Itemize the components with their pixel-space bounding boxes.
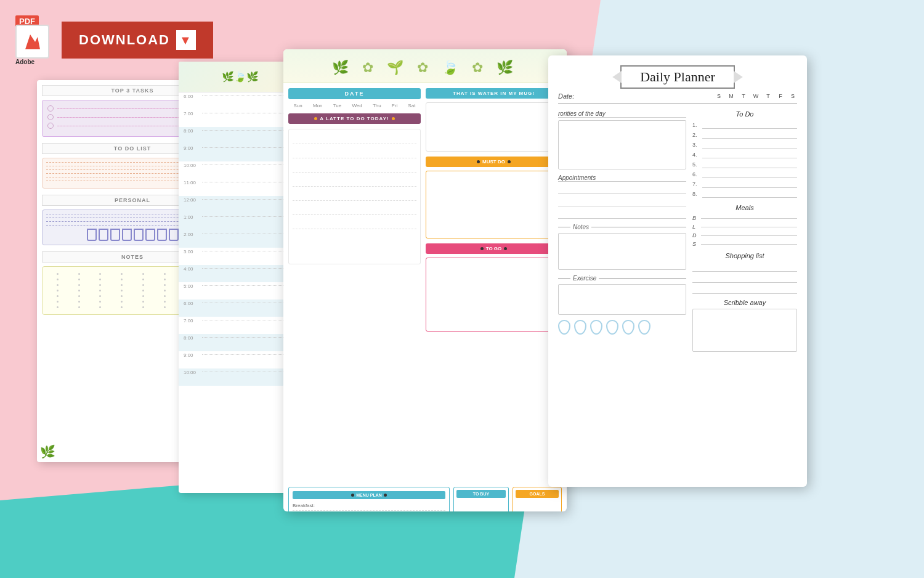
time-line-8b [202, 337, 297, 338]
download-label: DOWNLOAD [79, 32, 170, 48]
time-line-9 [202, 147, 297, 148]
adobe-text: Adobe [15, 59, 34, 65]
dot [57, 279, 59, 280]
pdf-icon: PDF Adobe [12, 12, 62, 68]
must-do-banner: MUST DO [426, 157, 562, 167]
time-label-5: 5:00 [184, 282, 202, 289]
dow-t2: T [764, 93, 772, 99]
scribble-section: Scribble away [692, 299, 797, 352]
dot [78, 301, 80, 303]
meal-s-line [701, 244, 797, 245]
time-label-9: 9:00 [184, 144, 202, 151]
pdf-download-badge[interactable]: PDF Adobe DOWNLOAD ▼ [12, 12, 213, 68]
dot [78, 290, 80, 291]
dot [121, 290, 123, 291]
underline-5 [702, 161, 797, 168]
underline-7 [702, 181, 797, 188]
latte-banner: A LATTE TO DO TODAY! [288, 113, 421, 124]
dot [99, 279, 101, 280]
time-line-10 [202, 165, 297, 165]
dot [121, 273, 123, 275]
latte-line-5 [293, 190, 416, 201]
dot [142, 290, 144, 291]
time-line-6b [202, 303, 297, 303]
daily-planner-title: Daily Planner [640, 69, 715, 84]
day-sun: Sun [294, 103, 302, 108]
scribble-label: Scribble away [692, 299, 797, 306]
goals-banner: GOALS [516, 490, 559, 498]
meal-d-letter: D [692, 232, 699, 238]
numbered-line-5: 5. [692, 161, 797, 168]
glass-7 [157, 229, 167, 241]
shopping-line-2 [692, 274, 797, 283]
meal-l: L [692, 224, 797, 230]
exercise-box [558, 284, 686, 315]
glass-3 [110, 229, 120, 241]
numbered-line-6: 6. [692, 171, 797, 178]
dot [142, 284, 144, 286]
time-label-1: 1:00 [184, 213, 202, 220]
dot [164, 273, 166, 275]
underline-4 [702, 151, 797, 158]
time-line-11 [202, 182, 297, 182]
dot [57, 301, 59, 303]
floral-header: 🌿 ✿ 🌱 ✿ 🍃 ✿ 🌿 [283, 49, 567, 83]
meal-d: D [692, 232, 797, 238]
dow-s1: S [715, 93, 723, 99]
drop-6 [638, 320, 650, 335]
dot [164, 295, 166, 297]
latte-line-2 [293, 147, 416, 158]
notes-label-row: Notes [558, 224, 686, 230]
time-label-8b: 8:00 [184, 334, 202, 341]
dot [78, 279, 80, 280]
dot [99, 290, 101, 291]
latte-dot-left [314, 117, 317, 120]
latte-line-1 [293, 133, 416, 144]
shopping-section: Shopping list [692, 252, 797, 294]
todo-numbered-lines: 1. 2. 3. 4. [692, 121, 797, 198]
to-go-dot-right [504, 247, 507, 250]
main-planner: 🌿 ✿ 🌱 ✿ 🍃 ✿ 🌿 DATE Sun Mon Tue Wed Thu F… [283, 49, 567, 511]
dot [142, 273, 144, 275]
svg-text:🌿 ✿ 🌱 ✿ 🍃 ✿ 🌿: 🌿 ✿ 🌱 ✿ 🍃 ✿ 🌿 [332, 59, 519, 76]
line-num-5: 5. [692, 161, 700, 168]
time-label-6: 6:00 [184, 92, 202, 99]
dot [121, 295, 123, 297]
numbered-line-8: 8. [692, 190, 797, 198]
download-button[interactable]: DOWNLOAD ▼ [62, 22, 213, 59]
shopping-line-3 [692, 285, 797, 294]
bottom-row: MENU PLAN Breakfast: Lunch: Dinner: Snac… [283, 487, 567, 511]
day-fri: Fri [392, 103, 397, 108]
banner-right-arrow [734, 71, 743, 83]
underline-2 [702, 131, 797, 139]
time-label-7: 7:00 [184, 110, 202, 116]
breakfast-item: Breakfast: [293, 503, 445, 511]
appt-line-1 [558, 184, 686, 194]
must-do-text: MUST DO [482, 159, 505, 165]
daily-title-banner: Daily Planner [620, 65, 735, 89]
time-line-8 [202, 130, 297, 131]
time-label-4: 4:00 [184, 265, 202, 272]
daily-left-col: rorities of the day Appointments Notes [558, 110, 686, 352]
floral-svg-top: 🌿 ✿ 🌱 ✿ 🍃 ✿ 🌿 [293, 51, 557, 81]
exercise-line-right [599, 278, 686, 279]
line-num-2: 2. [692, 132, 700, 138]
days-of-week: S M T W T F S [715, 93, 797, 99]
underline-8 [702, 190, 797, 198]
time-label-9b: 9:00 [184, 351, 202, 358]
dot [121, 301, 123, 303]
dot [99, 306, 101, 308]
exercise-label-row: Exercise [558, 275, 686, 282]
to-go-text: TO GO [486, 246, 502, 251]
day-thu: Thu [373, 103, 381, 108]
notes-line-left [558, 227, 570, 227]
dot [164, 290, 166, 291]
dow-f: F [776, 93, 785, 99]
time-label-10: 10:00 [184, 161, 202, 168]
days-row: Sun Mon Tue Wed Thu Fri Sat [288, 103, 421, 108]
dot [99, 295, 101, 297]
meal-s: S [692, 241, 797, 247]
dot [99, 301, 101, 303]
meal-b-line [701, 218, 797, 219]
dow-s2: S [788, 93, 797, 99]
